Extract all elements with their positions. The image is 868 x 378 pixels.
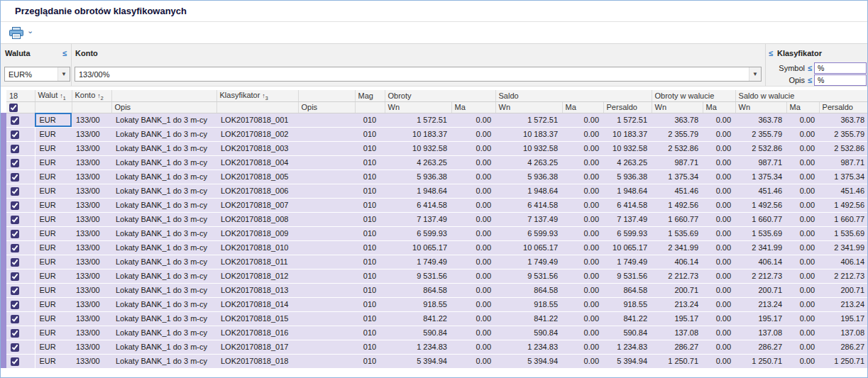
cell-konto[interactable]: 133/00 — [72, 326, 111, 340]
cell-persaldo[interactable]: 4 263.25 — [603, 155, 652, 169]
cell-walut[interactable]: EUR — [35, 155, 72, 169]
cell-persaldo-wal[interactable]: 286.27 — [819, 340, 868, 354]
cell-persaldo[interactable]: 1 948.64 — [603, 184, 652, 198]
cell-mag[interactable]: 010 — [355, 269, 385, 283]
subheader-saldo-wal-wn[interactable]: Wn — [735, 101, 786, 113]
cell-persaldo[interactable]: 1 572.51 — [603, 113, 652, 127]
cell-saldo-wn[interactable]: 9 531.56 — [495, 269, 562, 283]
cell-obroty-wal-wn[interactable]: 1 375.34 — [652, 169, 703, 184]
cell-klasyfikator[interactable]: LOK20170818_015 — [216, 311, 298, 326]
cell-persaldo[interactable]: 10 065.17 — [603, 240, 652, 255]
row-checkbox[interactable] — [11, 116, 19, 125]
cell-persaldo-wal[interactable]: 363.78 — [819, 113, 868, 127]
cell-walut[interactable]: EUR — [35, 340, 72, 354]
cell-opis[interactable]: Lokaty BANK_1 do 3 m-cy — [111, 326, 216, 340]
cell-saldo-wal-wn[interactable]: 987.71 — [735, 155, 786, 169]
cell-opis[interactable]: Lokaty BANK_1 do 3 m-cy — [111, 354, 216, 368]
cell-saldo-wal-wn[interactable]: 200.71 — [735, 283, 786, 297]
cell-opis2[interactable] — [298, 255, 355, 269]
cell-klasyfikator[interactable]: LOK20170818_005 — [216, 169, 298, 184]
table-row[interactable]: EUR133/00Lokaty BANK_1 do 3 m-cyLOK20170… — [6, 240, 868, 255]
cell-obroty-ma[interactable]: 0.00 — [451, 127, 495, 141]
col-header-walut[interactable]: Walut↑1 — [35, 90, 72, 101]
cell-saldo-wal-ma[interactable]: 0.00 — [786, 198, 819, 212]
cell-obroty-wn[interactable]: 5 394.94 — [385, 354, 451, 368]
cell-saldo-wal-ma[interactable]: 0.00 — [786, 141, 819, 155]
cell-saldo-wal-ma[interactable]: 0.00 — [786, 184, 819, 198]
cell-walut[interactable]: EUR — [35, 255, 72, 269]
cell-obroty-wal-ma[interactable]: 0.00 — [703, 113, 735, 127]
cell-konto[interactable]: 133/00 — [72, 354, 111, 368]
cell-obroty-ma[interactable]: 0.00 — [451, 226, 495, 240]
row-checkbox[interactable] — [11, 244, 19, 252]
cell-obroty-wal-wn[interactable]: 987.71 — [652, 155, 703, 169]
cell-opis2[interactable] — [298, 283, 355, 297]
cell-konto[interactable]: 133/00 — [72, 240, 111, 255]
table-row[interactable]: EUR133/00Lokaty BANK_1 do 3 m-cyLOK20170… — [6, 113, 868, 127]
cell-obroty-wal-ma[interactable]: 0.00 — [703, 198, 735, 212]
cell-obroty-wal-ma[interactable]: 0.00 — [703, 127, 735, 141]
cell-opis2[interactable] — [298, 326, 355, 340]
cell-saldo-wal-ma[interactable]: 0.00 — [786, 226, 819, 240]
cell-obroty-wal-wn[interactable]: 200.71 — [652, 283, 703, 297]
cell-saldo-wn[interactable]: 864.58 — [495, 283, 562, 297]
row-checkbox[interactable] — [11, 201, 19, 210]
cell-opis2[interactable] — [298, 297, 355, 311]
cell-persaldo-wal[interactable]: 200.71 — [819, 283, 868, 297]
cell-saldo-wn[interactable]: 10 065.17 — [495, 240, 562, 255]
cell-saldo-wal-wn[interactable]: 1 492.56 — [735, 198, 786, 212]
cell-saldo-wn[interactable]: 1 749.49 — [495, 255, 562, 269]
row-checkbox[interactable] — [11, 272, 19, 281]
konto-combobox[interactable]: 133/00% ▼ — [75, 67, 762, 82]
table-row[interactable]: EUR133/00Lokaty BANK_1 do 3 m-cyLOK20170… — [6, 226, 868, 240]
cell-mag[interactable]: 010 — [355, 141, 385, 155]
cell-persaldo[interactable]: 10 932.58 — [603, 141, 652, 155]
cell-persaldo[interactable]: 10 183.37 — [603, 127, 652, 141]
cell-obroty-ma[interactable]: 0.00 — [451, 240, 495, 255]
cell-mag[interactable]: 010 — [355, 198, 385, 212]
cell-obroty-wal-ma[interactable]: 0.00 — [703, 297, 735, 311]
cell-obroty-wn[interactable]: 10 065.17 — [385, 240, 451, 255]
cell-konto[interactable]: 133/00 — [72, 169, 111, 184]
group-header-obroty[interactable]: Obroty — [385, 90, 495, 101]
cell-obroty-wn[interactable]: 10 932.58 — [385, 141, 451, 155]
cell-mag[interactable]: 010 — [355, 212, 385, 226]
cell-persaldo[interactable]: 5 936.38 — [603, 169, 652, 184]
table-row[interactable]: EUR133/00Lokaty BANK_1 do 3 m-cyLOK20170… — [6, 354, 868, 368]
subheader-saldo-persaldo[interactable]: Persaldo — [603, 101, 652, 113]
cell-obroty-wal-wn[interactable]: 2 532.86 — [652, 141, 703, 155]
cell-obroty-wal-wn[interactable]: 451.46 — [652, 184, 703, 198]
cell-persaldo[interactable]: 918.55 — [603, 297, 652, 311]
cell-saldo-wal-ma[interactable]: 0.00 — [786, 283, 819, 297]
cell-opis2[interactable] — [298, 113, 355, 127]
cell-saldo-wal-ma[interactable]: 0.00 — [786, 255, 819, 269]
cell-saldo-wal-wn[interactable]: 451.46 — [735, 184, 786, 198]
cell-saldo-ma[interactable]: 0.00 — [562, 340, 603, 354]
cell-obroty-wal-wn[interactable]: 1 535.69 — [652, 226, 703, 240]
cell-opis[interactable]: Lokaty BANK_1 do 3 m-cy — [111, 141, 216, 155]
cell-obroty-ma[interactable]: 0.00 — [451, 184, 495, 198]
cell-saldo-ma[interactable]: 0.00 — [562, 269, 603, 283]
cell-konto[interactable]: 133/00 — [72, 340, 111, 354]
cell-obroty-ma[interactable]: 0.00 — [451, 141, 495, 155]
subheader-saldo-ma[interactable]: Ma — [562, 101, 603, 113]
cell-opis2[interactable] — [298, 198, 355, 212]
cell-walut[interactable]: EUR — [35, 326, 72, 340]
cell-saldo-ma[interactable]: 0.00 — [562, 113, 603, 127]
row-checkbox[interactable] — [11, 315, 19, 323]
cell-opis2[interactable] — [298, 354, 355, 368]
cell-saldo-wn[interactable]: 4 263.25 — [495, 155, 562, 169]
row-checkbox[interactable] — [11, 329, 19, 338]
cell-saldo-wal-wn[interactable]: 363.78 — [735, 113, 786, 127]
cell-persaldo-wal[interactable]: 1 375.34 — [819, 169, 868, 184]
row-checkbox[interactable] — [11, 357, 19, 366]
cell-mag[interactable]: 010 — [355, 184, 385, 198]
cell-obroty-wal-wn[interactable]: 1 492.56 — [652, 198, 703, 212]
cell-saldo-wal-ma[interactable]: 0.00 — [786, 155, 819, 169]
cell-obroty-ma[interactable]: 0.00 — [451, 340, 495, 354]
waluta-operator-button[interactable]: ≤ — [62, 49, 67, 57]
cell-walut[interactable]: EUR — [35, 354, 72, 368]
cell-obroty-wn[interactable]: 590.84 — [385, 326, 451, 340]
cell-obroty-wn[interactable]: 1 749.49 — [385, 255, 451, 269]
symbol-operator-button[interactable]: ≤ — [808, 64, 812, 72]
